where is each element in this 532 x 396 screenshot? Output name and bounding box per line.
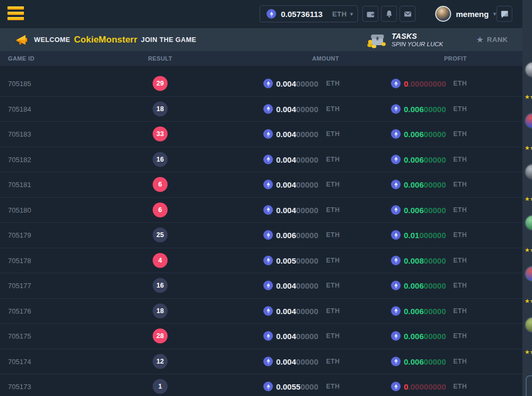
result-number: 6 (159, 206, 162, 214)
amount-currency-label: ETH (326, 358, 340, 365)
result-badge: 29 (153, 76, 168, 91)
chevron-down-icon: ▾ (350, 11, 353, 18)
table-row[interactable]: 705178 4 0.00500000 ETH 0.00800000 ETH (0, 248, 522, 274)
page: 0.05736113 ETH ▾ memeng (0, 0, 532, 396)
result-badge: 1 (153, 379, 168, 394)
chat-avatar[interactable] (525, 113, 532, 129)
table-row[interactable]: 705176 18 0.00400000 ETH 0.00600000 ETH (0, 299, 522, 324)
notifications-button[interactable] (381, 6, 397, 22)
menu-button[interactable] (7, 6, 24, 21)
table-row[interactable]: 705180 6 0.00400000 ETH 0.00600000 ETH (0, 198, 522, 223)
chat-avatar[interactable] (525, 317, 532, 333)
chat-avatar[interactable] (525, 164, 532, 180)
result-badge: 18 (153, 102, 168, 116)
chat-avatar[interactable] (525, 62, 532, 78)
amount-currency-label: ETH (326, 80, 340, 87)
game-id: 705184 (8, 105, 31, 113)
table-row[interactable]: 705181 6 0.00400000 ETH 0.00600000 ETH (0, 172, 522, 198)
table-row[interactable]: 705175 28 0.00400000 ETH 0.00600000 ETH (0, 324, 522, 349)
profit-amount: 0.00600000 (404, 332, 446, 341)
chat-panel-partial[interactable]: ★★★★★★★★★★★★ (522, 0, 532, 396)
profit-amount: 0.00600000 (404, 104, 446, 113)
game-id: 705177 (8, 282, 31, 290)
bet-amount: 0.00400000 (276, 357, 318, 366)
eth-icon (391, 331, 401, 341)
profit-currency-label: ETH (453, 307, 467, 315)
balance-currency: ETH (332, 10, 347, 18)
messages-button[interactable] (400, 6, 415, 22)
bet-amount: 0.00400000 (276, 104, 318, 113)
result-badge: 6 (153, 203, 168, 217)
amount-currency-label: ETH (326, 105, 340, 113)
game-id: 705180 (8, 206, 31, 214)
result-badge: 6 (153, 177, 168, 192)
user-menu[interactable]: memeng ▾ (435, 5, 496, 23)
chat-avatar[interactable] (525, 266, 532, 282)
profit-amount: 0.00000000 (404, 382, 446, 391)
table-row[interactable]: 705177 16 0.00400000 ETH 0.00600000 ETH (0, 273, 522, 299)
table-row[interactable]: 705183 33 0.00400000 ETH 0.00600000 ETH (0, 122, 522, 147)
join-label: JOIN THE GAME (141, 36, 196, 44)
star-icon: ★★ (525, 94, 532, 100)
eth-icon (391, 129, 401, 139)
eth-icon (391, 104, 401, 114)
profit-currency-label: ETH (453, 257, 467, 264)
wallet-button[interactable] (362, 6, 378, 22)
star-icon: ★★ (525, 349, 532, 356)
result-number: 12 (156, 358, 164, 365)
table-row[interactable]: 705179 25 0.00600000 ETH 0.01000000 ETH (0, 223, 522, 248)
table-row[interactable]: 705184 18 0.00400000 ETH 0.00600000 ETH (0, 97, 522, 122)
result-number: 16 (156, 282, 164, 289)
chat-message-box-partial[interactable] (526, 375, 532, 396)
balance-selector[interactable]: 0.05736113 ETH ▾ (260, 5, 358, 22)
username: memeng (456, 10, 489, 19)
star-icon: ★★ (525, 145, 532, 151)
game-id: 705185 (8, 80, 31, 88)
tasks-button[interactable]: TASKS SPIN YOUR LUCK (367, 28, 443, 51)
bet-amount: 0.00400000 (276, 281, 318, 290)
bet-amount: 0.00550000 (276, 382, 318, 391)
chat-avatar[interactable] (525, 215, 532, 231)
profit-currency-label: ETH (453, 383, 467, 390)
result-number: 33 (156, 130, 164, 138)
table-row[interactable]: 705185 29 0.00400000 ETH 0.00000000 ETH (0, 71, 522, 97)
menu-bar (7, 12, 24, 15)
eth-icon (391, 281, 401, 290)
profit-currency-label: ETH (453, 105, 467, 113)
result-number: 25 (156, 231, 164, 239)
table-row[interactable]: 705173 1 0.00550000 ETH 0.00000000 ETH (0, 374, 522, 396)
game-id: 705176 (8, 307, 31, 315)
eth-icon (263, 256, 273, 265)
rank-label: RANK (487, 36, 508, 44)
profit-currency-label: ETH (453, 332, 467, 340)
result-number: 6 (159, 181, 162, 188)
game-id: 705179 (8, 231, 31, 239)
amount-currency-label: ETH (326, 206, 340, 214)
rank-button[interactable]: ★ RANK (476, 28, 508, 51)
topbar: 0.05736113 ETH ▾ memeng (0, 0, 522, 28)
game-id: 705181 (8, 181, 31, 189)
menu-bar (7, 17, 24, 20)
bet-amount: 0.00400000 (276, 79, 318, 88)
column-header-amount: AMOUNT (310, 55, 342, 62)
bet-amount: 0.00500000 (276, 256, 318, 265)
star-icon: ★ (476, 35, 484, 45)
table-row[interactable]: 705182 16 0.00400000 ETH 0.00600000 ETH (0, 147, 522, 173)
profit-amount: 0.00000000 (404, 79, 446, 88)
table-row[interactable]: 705174 12 0.00400000 ETH 0.00600000 ETH (0, 349, 522, 375)
treasure-chest-icon (367, 31, 386, 48)
profit-amount: 0.00600000 (404, 180, 446, 189)
eth-icon (391, 357, 401, 366)
result-number: 1 (159, 383, 162, 390)
eth-icon (263, 155, 273, 164)
chevron-down-icon: ▾ (493, 10, 496, 18)
bet-amount: 0.00400000 (276, 332, 318, 341)
balance-value: 0.05736113 (281, 10, 322, 19)
eth-icon (263, 382, 273, 391)
game-id: 705178 (8, 256, 31, 264)
chat-toggle-button[interactable] (496, 6, 512, 22)
tasks-title: TASKS (392, 32, 443, 40)
welcome-label: WELCOME (34, 36, 70, 44)
amount-currency-label: ETH (326, 231, 340, 239)
welcome-player-name: CokieMonsterr (74, 35, 137, 45)
